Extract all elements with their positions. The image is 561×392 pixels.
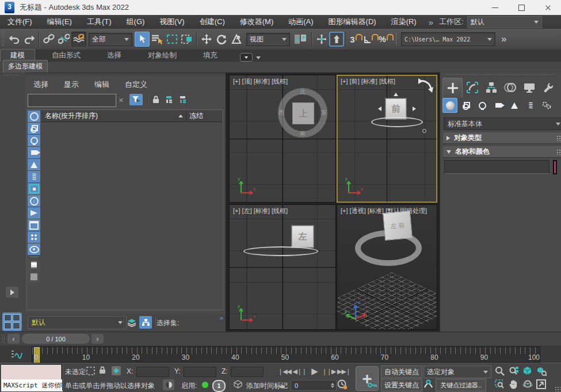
- category-shapes[interactable]: [459, 98, 474, 113]
- menu-tools[interactable]: 工具(T): [79, 17, 119, 27]
- spinner-icon[interactable]: [331, 383, 336, 388]
- next-key-button[interactable]: ❘❘▶: [322, 366, 335, 377]
- select-and-link-button[interactable]: [41, 32, 56, 47]
- viewcube-left-view[interactable]: 左: [243, 221, 318, 261]
- category-lights[interactable]: [475, 98, 490, 113]
- viewcube-front[interactable]: 前: [371, 94, 423, 131]
- zoom-button[interactable]: [495, 366, 505, 376]
- column-header-name[interactable]: 名称(按升序排序): [41, 111, 186, 121]
- ribbon-tab-selection[interactable]: 选择: [97, 50, 131, 62]
- key-mode-dropdown[interactable]: 选定对象: [423, 366, 491, 378]
- select-and-manipulate-button[interactable]: [314, 32, 329, 47]
- snaps-toggle-3d-button[interactable]: 3: [349, 32, 364, 47]
- enabled-indicator-icon[interactable]: [202, 382, 208, 388]
- play-button[interactable]: ▶: [308, 366, 321, 377]
- y-coordinate-field[interactable]: [184, 367, 216, 377]
- category-cameras[interactable]: [491, 98, 506, 113]
- tab-modify[interactable]: [463, 78, 482, 97]
- menu-group[interactable]: 组(G): [119, 17, 152, 27]
- project-folder-dropdown[interactable]: C:\Users\… Max 2022: [401, 32, 495, 46]
- clear-search-icon[interactable]: ×: [119, 95, 124, 105]
- set-keys-button[interactable]: +: [356, 366, 379, 391]
- display-geometry-toggle[interactable]: [28, 111, 40, 122]
- previous-frame-button[interactable]: ‹: [7, 334, 20, 344]
- key-filters-button[interactable]: 关键点过滤器..: [436, 379, 486, 391]
- viewcube-face-left[interactable]: 左: [390, 222, 397, 231]
- viewport-layout-button[interactable]: [2, 313, 22, 331]
- previous-key-button[interactable]: ◀❘❘: [293, 366, 306, 377]
- viewcube-compass-ring-icon[interactable]: [371, 117, 423, 127]
- display-groups-toggle[interactable]: [28, 183, 40, 195]
- menu-overflow-icon[interactable]: »: [429, 17, 432, 27]
- menu-graph-editors[interactable]: 图形编辑器(D): [321, 17, 384, 27]
- viewcube-face-front[interactable]: 前: [398, 220, 405, 230]
- select-by-name-button[interactable]: [150, 32, 165, 47]
- viewport-top-label[interactable]: [+] [顶] [标准] [线框]: [233, 77, 288, 86]
- undo-button[interactable]: [7, 32, 22, 47]
- menu-file[interactable]: 文件(F): [0, 17, 40, 27]
- zoom-all-button[interactable]: [509, 366, 519, 376]
- time-slider[interactable]: 0 / 100: [22, 334, 90, 344]
- current-frame-field[interactable]: 0: [291, 380, 337, 391]
- lock-explorer-button[interactable]: [151, 94, 161, 105]
- tab-create[interactable]: [442, 78, 463, 98]
- explorer-menu-select[interactable]: 选择: [33, 79, 48, 90]
- select-object-button[interactable]: [135, 32, 150, 47]
- select-and-move-button[interactable]: [199, 32, 214, 47]
- selection-filter-dropdown[interactable]: 全部: [89, 33, 132, 46]
- viewcube-right-arrow-icon[interactable]: [413, 106, 416, 111]
- viewcube-face-top[interactable]: 上: [292, 102, 314, 124]
- display-frozen-toggle[interactable]: [28, 219, 40, 231]
- timeline-ruler[interactable]: 0 10 20 30 40 50 60 70 80 90 100: [32, 347, 540, 363]
- viewport-left-label[interactable]: [+] [左] [标准] [线框]: [233, 207, 288, 215]
- toolbar-overflow-icon[interactable]: »: [501, 33, 505, 45]
- bind-to-space-warp-button[interactable]: [71, 32, 86, 47]
- absolute-mode-toggle[interactable]: [112, 366, 121, 375]
- key-mode-toggle[interactable]: ◀▶: [277, 380, 287, 392]
- viewport-front[interactable]: [+] [前] [标准] [线框] 前 yx: [337, 75, 437, 203]
- viewport-front-label[interactable]: [+] [前] [标准] [线框]: [341, 77, 395, 86]
- isolate-selection-toggle[interactable]: [163, 379, 174, 390]
- viewcube-home-icon[interactable]: [422, 129, 426, 133]
- tab-motion[interactable]: [501, 78, 520, 97]
- window-resize-grip[interactable]: [555, 386, 560, 392]
- category-geometry[interactable]: [442, 98, 457, 113]
- ribbon-tab-object-paint[interactable]: 对象绘制: [138, 50, 186, 62]
- rollout-object-type[interactable]: 对象类型: [443, 132, 561, 144]
- selection-lock-toggle[interactable]: [99, 366, 106, 374]
- menu-create[interactable]: 创建(C): [192, 17, 232, 27]
- maxscript-mini-listener[interactable]: [1, 365, 61, 380]
- material-swatch-cell[interactable]: [28, 271, 40, 283]
- display-cameras-toggle[interactable]: [28, 147, 40, 158]
- menu-rendering[interactable]: 渲染(R): [384, 17, 424, 27]
- key-filters-icon-button[interactable]: [423, 379, 433, 389]
- menu-modifiers[interactable]: 修改器(M): [232, 17, 281, 27]
- collapse-hierarchy-button[interactable]: [178, 94, 189, 105]
- redo-button[interactable]: [22, 32, 37, 47]
- tab-display[interactable]: [520, 78, 539, 97]
- object-category-dropdown[interactable]: 标准基本体: [444, 117, 561, 130]
- display-containers-toggle[interactable]: ↓: [28, 195, 40, 207]
- viewcube-left-arrow-icon[interactable]: [378, 106, 381, 111]
- go-to-end-button[interactable]: ▶▶❘: [337, 366, 350, 377]
- expand-hierarchy-button[interactable]: [165, 94, 175, 105]
- use-pivot-point-center-button[interactable]: [292, 32, 310, 47]
- preset-dropdown[interactable]: 默认: [28, 316, 127, 329]
- viewcube-face-left[interactable]: 左: [292, 226, 314, 248]
- auto-key-button[interactable]: 自动关键点: [381, 366, 422, 378]
- zoom-region-button[interactable]: [495, 379, 505, 389]
- workspace-dropdown[interactable]: 默认: [467, 16, 542, 28]
- object-color-swatch[interactable]: [553, 160, 557, 174]
- ribbon-options-arrow-icon[interactable]: [256, 56, 261, 59]
- viewport-left[interactable]: [+] [左] [标准] [线框] 左 yx: [229, 204, 336, 330]
- row-overflow-icon[interactable]: »: [220, 314, 222, 321]
- window-crossing-toggle-button[interactable]: [180, 32, 194, 47]
- rollout-name-and-color[interactable]: 名称和颜色: [443, 146, 561, 158]
- panel-drag-handle[interactable]: [2, 334, 5, 344]
- reference-coordinate-dropdown[interactable]: 视图: [246, 33, 290, 46]
- x-coordinate-field[interactable]: [136, 367, 169, 377]
- viewport-top[interactable]: [+] [顶] [标准] [线框] 上 北 南 西 东 yx: [229, 75, 336, 203]
- display-hidden-toggle[interactable]: [28, 243, 40, 255]
- explorer-menu-edit[interactable]: 编辑: [94, 79, 109, 90]
- time-configuration-button[interactable]: [337, 379, 348, 390]
